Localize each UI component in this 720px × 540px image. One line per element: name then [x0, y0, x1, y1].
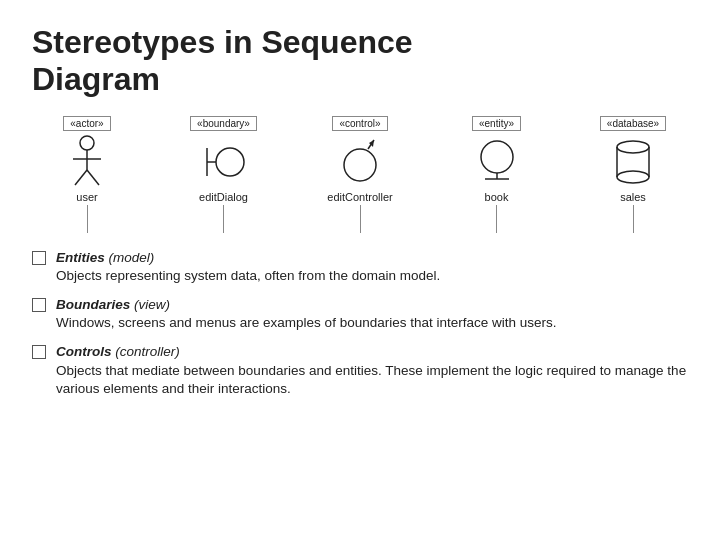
uml-item-database: «database» sales: [578, 116, 688, 233]
lifeline-entity: [496, 205, 497, 233]
page: Stereotypes in SequenceDiagram «actor»: [0, 0, 720, 540]
symbol-entity: [470, 135, 524, 189]
svg-point-8: [344, 149, 376, 181]
uml-name-boundary: editDialog: [199, 191, 248, 203]
uml-name-control: editController: [327, 191, 392, 203]
bullet-box-entities: [32, 251, 46, 265]
svg-point-13: [617, 141, 649, 153]
uml-item-entity: «entity» book: [442, 116, 552, 233]
diagram-area: «actor» user «boundary»: [32, 116, 688, 233]
svg-point-10: [481, 141, 513, 173]
bullet-list: Entities (model) Objects representing sy…: [32, 249, 688, 409]
bullet-box-boundaries: [32, 298, 46, 312]
stereotype-boundary: «boundary»: [190, 116, 257, 131]
bullet-text-controls: Controls (controller) Objects that media…: [56, 343, 688, 399]
symbol-boundary: [197, 135, 251, 189]
entity-icon: [473, 135, 521, 189]
bullet-boundaries: Boundaries (view) Windows, screens and m…: [32, 296, 688, 333]
svg-line-3: [75, 170, 87, 185]
page-title: Stereotypes in SequenceDiagram: [32, 24, 688, 98]
svg-point-0: [80, 136, 94, 150]
lifeline-boundary: [223, 205, 224, 233]
bullet-text-boundaries: Boundaries (view) Windows, screens and m…: [56, 296, 557, 333]
uml-item-control: «control» editController: [305, 116, 415, 233]
uml-name-actor: user: [76, 191, 97, 203]
stereotype-entity: «entity»: [472, 116, 521, 131]
bullet-controls: Controls (controller) Objects that media…: [32, 343, 688, 399]
svg-line-4: [87, 170, 99, 185]
uml-name-entity: book: [485, 191, 509, 203]
symbol-database: [606, 135, 660, 189]
stereotype-control: «control»: [332, 116, 387, 131]
uml-item-actor: «actor» user: [32, 116, 142, 233]
bullet-entities: Entities (model) Objects representing sy…: [32, 249, 688, 286]
database-icon: [609, 135, 657, 189]
lifeline-actor: [87, 205, 88, 233]
uml-item-boundary: «boundary» editDialog: [169, 116, 279, 233]
stereotype-actor: «actor»: [63, 116, 110, 131]
uml-name-database: sales: [620, 191, 646, 203]
lifeline-control: [360, 205, 361, 233]
bullet-box-controls: [32, 345, 46, 359]
control-icon: [336, 135, 384, 189]
svg-point-7: [216, 148, 244, 176]
boundary-icon: [197, 135, 251, 189]
svg-point-16: [617, 171, 649, 183]
symbol-actor: [60, 135, 114, 189]
bullet-text-entities: Entities (model) Objects representing sy…: [56, 249, 440, 286]
stereotype-database: «database»: [600, 116, 666, 131]
lifeline-database: [633, 205, 634, 233]
actor-icon: [67, 135, 107, 189]
symbol-control: [333, 135, 387, 189]
